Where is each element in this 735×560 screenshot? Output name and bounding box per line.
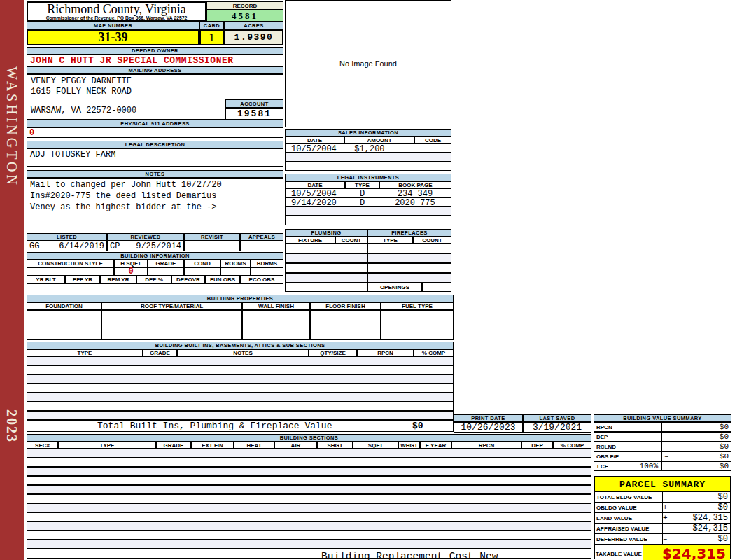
wallfinish-field[interactable] (242, 310, 310, 340)
parcel-row: OBLDG VALUE + $0 (595, 503, 730, 513)
fireplace-empty-row[interactable] (368, 273, 451, 283)
footer-caption: Building Replacement Cost New (321, 551, 498, 560)
fireplace-count-header: COUNT (413, 237, 451, 244)
rooms-field[interactable] (220, 267, 251, 276)
parcel-row: DEFERRED VALUE – $0 (595, 534, 730, 545)
sections-empty-row[interactable] (27, 531, 592, 540)
sections-empty-row[interactable] (27, 494, 592, 503)
mailing-line-2: 1615 FOLLY NECK ROAD (31, 87, 132, 97)
openings-field[interactable] (422, 283, 451, 292)
sections-empty-row[interactable] (27, 503, 592, 512)
card-field[interactable]: 1 (200, 29, 224, 46)
builtins-empty-row[interactable] (27, 356, 454, 365)
instrument-empty-row[interactable] (285, 206, 451, 216)
instruments-title: LEGAL INSTRUMENTS (285, 174, 451, 181)
revisit-field[interactable] (184, 241, 240, 251)
sales-row[interactable]: 10/5/2004 $1,200 (285, 144, 451, 153)
sections-empty-row[interactable] (27, 449, 592, 458)
hsqft-field[interactable]: 0 (114, 267, 148, 276)
fireplace-empty-row[interactable] (368, 244, 451, 253)
sections-empty-row[interactable] (27, 540, 592, 549)
builtins-empty-row[interactable] (27, 374, 454, 384)
county-subtitle: Commissioner of the Revenue, PO Box 366,… (28, 15, 205, 20)
fireplace-empty-row[interactable] (368, 263, 451, 273)
rpcn-col-header: RPCN (451, 442, 522, 449)
bvs-obs-value: – $0 (662, 451, 732, 461)
foundation-field[interactable] (27, 310, 102, 340)
building-sections-title: BUILDING SECTIONS (27, 434, 592, 442)
foundation-header: FOUNDATION (27, 302, 102, 310)
plumbing-empty-row[interactable] (285, 253, 368, 263)
sections-footer-row: Building Replacement Cost New (27, 549, 592, 559)
building-value-summary-title: BUILDING VALUE SUMMARY (594, 414, 732, 422)
sale-code (414, 144, 451, 152)
fireplace-empty-row[interactable] (368, 253, 451, 263)
plumbing-empty-row[interactable] (285, 244, 368, 253)
plumbing-empty-row[interactable] (285, 273, 368, 283)
builtins-comp-header: % COMP (414, 349, 454, 356)
construction-style-field[interactable] (27, 267, 114, 276)
listed-field[interactable]: GG 6/14/2019 (27, 241, 107, 251)
sections-empty-row[interactable] (27, 485, 592, 494)
sections-empty-row[interactable] (27, 458, 592, 467)
parcel-row-sign (663, 524, 672, 533)
sales-code-header: CODE (414, 136, 451, 144)
acres-field[interactable]: 1.9390 (224, 29, 284, 46)
physical-address-field[interactable]: 0 (27, 127, 284, 138)
map-number-field[interactable]: 31-39 (27, 29, 200, 46)
fueltype-field[interactable] (381, 310, 454, 340)
builtins-empty-row[interactable] (27, 365, 454, 374)
sections-empty-row[interactable] (27, 476, 592, 485)
instrument-row[interactable]: 9/14/2020 D 2020 775 (285, 197, 451, 206)
sales-title: SALES INFORMATION (285, 129, 451, 136)
appeals-header: APPEALS (240, 233, 284, 241)
parcel-row-label: APPRAISED VALUE (595, 524, 663, 533)
reviewed-date: 9/25/2014 (136, 241, 181, 251)
floorfinish-field[interactable] (310, 310, 381, 340)
deeded-owner-field[interactable]: JOHN C HUTT JR SPECIAL COMMISSIONER (27, 55, 284, 66)
last-saved-label: LAST SAVED (523, 414, 592, 422)
fixture-header: FIXTURE (285, 237, 335, 244)
grade-header: GRADE (148, 260, 184, 267)
instr-date-header: DATE (285, 181, 345, 188)
builtins-empty-row[interactable] (27, 393, 454, 402)
bdrms-field[interactable] (251, 267, 284, 276)
appeals-field[interactable] (240, 241, 284, 251)
lcf-pct: 100% (640, 462, 658, 470)
taxable-value-label: TAXABLE VALUE (595, 545, 643, 560)
reviewed-field[interactable]: CP 9/25/2014 (107, 241, 184, 251)
grade-field[interactable] (148, 267, 184, 276)
plumbing-empty-row[interactable] (285, 263, 368, 273)
notes-field[interactable]: Mail to changed per John Hutt 10/27/20 I… (27, 178, 284, 232)
notes-label: NOTES (27, 170, 284, 178)
lcf-text: LCF (597, 463, 608, 470)
print-date-value: 10/26/2023 (454, 422, 523, 433)
legal-description-field[interactable]: ADJ TOTUSKEY FARM (27, 148, 284, 167)
sections-empty-row[interactable] (27, 467, 592, 476)
builtins-empty-row[interactable] (27, 411, 454, 420)
sections-empty-row[interactable] (27, 512, 592, 522)
building-info-empty-row[interactable] (27, 284, 284, 293)
instrument-row[interactable]: 10/5/2004 D 234 349 (285, 188, 451, 197)
builtins-grade-header: GRADE (143, 349, 177, 356)
acres-label: ACRES (224, 22, 284, 29)
roof-field[interactable] (102, 310, 242, 340)
account-field[interactable]: 19581 (225, 108, 284, 120)
bvs-lcf-label: LCF 100% (594, 461, 662, 471)
wallfinish-header: WALL FINISH (242, 302, 310, 310)
sales-empty-row[interactable] (285, 153, 451, 162)
sales-amount-header: AMOUNT (344, 136, 414, 144)
notes-line: Mail to changed per John Hutt 10/27/20 (30, 179, 280, 190)
parcel-row: TOTAL BLDG VALUE $0 (595, 492, 730, 503)
parcel-row: LAND VALUE + $24,315 (595, 513, 730, 524)
sales-empty-row[interactable] (285, 162, 451, 171)
instrument-empty-row[interactable] (285, 216, 451, 225)
builtins-empty-row[interactable] (27, 402, 454, 411)
cond-field[interactable] (184, 267, 220, 276)
sections-empty-row[interactable] (27, 522, 592, 531)
sidebar: WASHINGTON 2023 (0, 0, 24, 560)
bvs-rclnd-value: $0 (662, 442, 732, 451)
parcel-summary-title: PARCEL SUMMARY (595, 477, 730, 492)
record-number-field[interactable]: 4581 (206, 10, 284, 22)
builtins-empty-row[interactable] (27, 384, 454, 393)
